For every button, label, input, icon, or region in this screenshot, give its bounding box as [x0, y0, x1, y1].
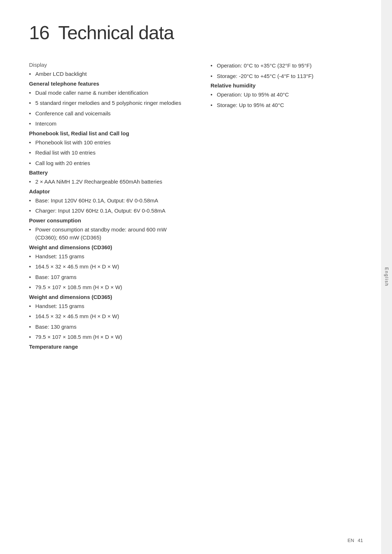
list-item-text: Redial list with 10 entries	[35, 149, 181, 157]
list-item: 79.5 × 107 × 108.5 mm (H × D × W)	[29, 283, 181, 292]
list-item: Conference call and voicemails	[29, 110, 181, 118]
list-item: Call log with 20 entries	[29, 159, 181, 168]
bullet-list: Dual mode caller name & number identific…	[29, 89, 181, 128]
bullet-list: Operation: Up to 95% at 40°CStorage: Up …	[211, 91, 363, 109]
chapter-title-text: Technical data	[58, 22, 173, 43]
list-item-text: Operation: Up to 95% at 40°C	[217, 91, 363, 99]
bullet-list: Handset: 115 grams164.5 × 32 × 46.5 mm (…	[29, 253, 181, 292]
list-item-text: 164.5 × 32 × 46.5 mm (H × D × W)	[35, 263, 181, 271]
page-container: 16 Technical data DisplayAmber LCD backl…	[0, 0, 392, 554]
list-item: Phonebook list with 100 entries	[29, 139, 181, 147]
bullet-list: Power consumption at standby mode: aroun…	[29, 226, 181, 242]
section-heading: Battery	[29, 169, 181, 176]
list-item-text: Storage: Up to 95% at 40°C	[217, 101, 363, 110]
section-label: Display	[29, 62, 181, 68]
list-item: 5 standard ringer melodies and 5 polypho…	[29, 99, 181, 107]
chapter-title: 16 Technical data	[29, 22, 363, 44]
footer-lang: EN	[347, 538, 354, 543]
list-item-text: Phonebook list with 100 entries	[35, 139, 181, 147]
sidebar: English	[381, 0, 392, 554]
section-heading: Adaptor	[29, 188, 181, 194]
section-heading: Relative humidity	[211, 82, 363, 89]
list-item-text: 164.5 × 32 × 46.5 mm (H × D × W)	[35, 312, 181, 321]
section-heading: General telephone features	[29, 81, 181, 87]
list-item-text: Power consumption at standby mode: aroun…	[35, 226, 181, 242]
list-item-text: Handset: 115 grams	[35, 302, 181, 311]
section-heading: Phonebook list, Redial list and Call log	[29, 130, 181, 136]
list-item: 79.5 × 107 × 108.5 mm (H × D × W)	[29, 333, 181, 341]
section-heading: Weight and dimensions (CD360)	[29, 244, 181, 250]
list-item-text: Base: 130 grams	[35, 323, 181, 331]
list-item: Handset: 115 grams	[29, 253, 181, 261]
section-heading: Weight and dimensions (CD365)	[29, 294, 181, 300]
list-item: Storage: Up to 95% at 40°C	[211, 101, 363, 110]
list-item: Base: Input 120V 60Hz 0.1A, Output: 6V 0…	[29, 197, 181, 205]
list-item-text: 5 standard ringer melodies and 5 polypho…	[35, 99, 181, 107]
list-item-text: 2 × AAA NiMH 1.2V Rechargeable 650mAh ba…	[35, 178, 181, 186]
footer-page: 41	[358, 538, 363, 543]
list-item-text: Conference call and voicemails	[35, 110, 181, 118]
list-item: Charger: Input 120V 60Hz 0.1A, Output: 6…	[29, 207, 181, 215]
bullet-list: Amber LCD backlight	[29, 70, 181, 78]
bullet-list: Operation: 0°C to +35°C (32°F to 95°F)St…	[211, 62, 363, 80]
bullet-list: Handset: 115 grams164.5 × 32 × 46.5 mm (…	[29, 302, 181, 341]
list-item-text: Base: 107 grams	[35, 273, 181, 282]
list-item: Handset: 115 grams	[29, 302, 181, 311]
bullet-list: Phonebook list with 100 entriesRedial li…	[29, 139, 181, 168]
list-item: Power consumption at standby mode: aroun…	[29, 226, 181, 242]
list-item: Amber LCD backlight	[29, 70, 181, 78]
list-item: Base: 130 grams	[29, 323, 181, 331]
left-column: DisplayAmber LCD backlightGeneral teleph…	[29, 58, 189, 352]
list-item-text: Base: Input 120V 60Hz 0.1A, Output: 6V 0…	[35, 197, 181, 205]
chapter-number: 16	[29, 22, 49, 43]
section-heading: Temperature range	[29, 344, 181, 350]
bullet-list: 2 × AAA NiMH 1.2V Rechargeable 650mAh ba…	[29, 178, 181, 186]
list-item: 164.5 × 32 × 46.5 mm (H × D × W)	[29, 263, 181, 271]
list-item-text: Intercom	[35, 120, 181, 128]
list-item-text: Call log with 20 entries	[35, 159, 181, 168]
list-item-text: 79.5 × 107 × 108.5 mm (H × D × W)	[35, 333, 181, 341]
list-item: Base: 107 grams	[29, 273, 181, 282]
section-heading: Power consumption	[29, 217, 181, 223]
list-item: 164.5 × 32 × 46.5 mm (H × D × W)	[29, 312, 181, 321]
list-item-text: Handset: 115 grams	[35, 253, 181, 261]
list-item: Operation: Up to 95% at 40°C	[211, 91, 363, 99]
list-item: Storage: -20°C to +45°C (-4°F to 113°F)	[211, 72, 363, 81]
list-item: 2 × AAA NiMH 1.2V Rechargeable 650mAh ba…	[29, 178, 181, 186]
list-item-text: 79.5 × 107 × 108.5 mm (H × D × W)	[35, 283, 181, 292]
right-column: Operation: 0°C to +35°C (32°F to 95°F)St…	[203, 58, 363, 352]
two-column-layout: DisplayAmber LCD backlightGeneral teleph…	[29, 58, 363, 352]
list-item-text: Dual mode caller name & number identific…	[35, 89, 181, 97]
list-item-text: Operation: 0°C to +35°C (32°F to 95°F)	[217, 62, 363, 70]
bullet-list: Base: Input 120V 60Hz 0.1A, Output: 6V 0…	[29, 197, 181, 215]
list-item-text: Storage: -20°C to +45°C (-4°F to 113°F)	[217, 72, 363, 81]
list-item: Redial list with 10 entries	[29, 149, 181, 157]
list-item-text: Charger: Input 120V 60Hz 0.1A, Output: 6…	[35, 207, 181, 215]
list-item: Intercom	[29, 120, 181, 128]
list-item: Operation: 0°C to +35°C (32°F to 95°F)	[211, 62, 363, 70]
page-footer: EN 41	[347, 538, 363, 543]
sidebar-text: English	[384, 267, 389, 287]
list-item-text: Amber LCD backlight	[35, 70, 181, 78]
list-item: Dual mode caller name & number identific…	[29, 89, 181, 97]
